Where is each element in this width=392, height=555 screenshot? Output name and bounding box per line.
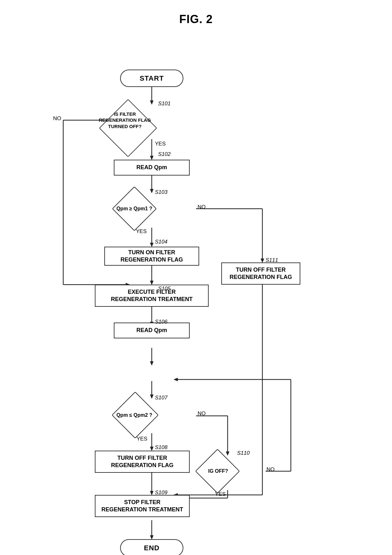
s103-label: S103	[155, 189, 168, 195]
s108-label: S108	[155, 444, 168, 451]
svg-marker-15	[150, 395, 153, 398]
s102-label: S102	[158, 151, 171, 157]
s104-label: S104	[155, 239, 168, 245]
s101-label: S101	[158, 101, 171, 107]
s102-process: READ Qpm	[114, 160, 190, 176]
no-s110-label: NO	[266, 466, 275, 473]
no-s107-label: NO	[198, 410, 206, 417]
svg-marker-7	[150, 243, 153, 247]
s104-process: TURN ON FILTER REGENERATION FLAG	[104, 247, 199, 266]
svg-marker-3	[150, 156, 153, 160]
s109-label: S109	[155, 490, 168, 496]
s111-process: TURN OFF FILTER REGENERATION FLAG	[221, 262, 300, 285]
svg-marker-5	[150, 189, 153, 193]
page-title: FIG. 2	[0, 0, 392, 26]
start-node: START	[120, 70, 183, 87]
s103-diamond-shape	[112, 186, 156, 231]
s108-process: TURN OFF FILTER REGENERATION FLAG	[95, 451, 190, 473]
s109-process: STOP FILTER REGENERATION TREATMENT	[95, 495, 190, 517]
svg-marker-19	[150, 491, 153, 495]
svg-marker-21	[150, 535, 153, 539]
yes-s107-label: YES	[137, 436, 147, 442]
svg-marker-1	[150, 101, 153, 104]
end-node: END	[120, 539, 183, 555]
no-s101-label: NO	[53, 115, 61, 122]
yes-s101-label: YES	[155, 141, 166, 147]
yes-s103-label: YES	[136, 228, 147, 235]
s101-diamond-shape	[99, 99, 157, 157]
svg-marker-9	[150, 281, 153, 285]
yes-s110-label: YES	[215, 491, 226, 497]
s110-label: S110	[237, 450, 250, 456]
no-s103-label: NO	[198, 204, 206, 210]
svg-marker-28	[261, 259, 264, 262]
svg-marker-17	[150, 447, 153, 451]
s105-label: S105	[158, 286, 171, 292]
s106-process: READ Qpm	[114, 323, 190, 338]
svg-marker-41	[174, 378, 178, 381]
s107-diamond-shape	[112, 392, 158, 438]
s106-label: S106	[155, 319, 168, 325]
s105-process: EXECUTE FILTER REGENERATION TREATMENT	[95, 285, 209, 307]
s110-diamond-shape	[195, 449, 240, 493]
s111-label: S111	[266, 257, 278, 263]
s107-label: S107	[155, 395, 168, 401]
svg-marker-13	[150, 361, 153, 365]
svg-marker-34	[226, 452, 229, 455]
